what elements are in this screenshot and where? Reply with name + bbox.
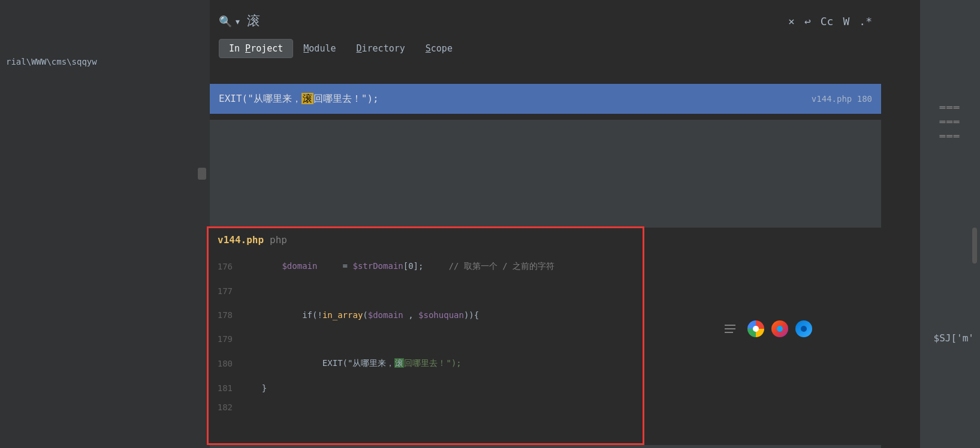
tab-scope[interactable]: Scope — [415, 39, 463, 58]
firefox-icon — [771, 320, 788, 337]
dash-2: ═══ — [940, 116, 961, 128]
line-num-178: 178 — [209, 310, 242, 320]
line-num-182: 182 — [209, 402, 242, 412]
word-button[interactable]: W — [843, 15, 849, 28]
preview-filename: v144.php — [218, 234, 264, 246]
preview-extension: php — [270, 234, 287, 246]
line-content-178: if(!in_array($domain , $sohuquan)){ — [242, 301, 479, 329]
code-lines: 176 $domain = $strDomain[0]; // 取第一个 / 之… — [209, 252, 643, 417]
edge-center — [801, 326, 807, 332]
tab-module[interactable]: Module — [293, 39, 346, 58]
chrome-center — [753, 326, 759, 332]
result-highlight: 滚 — [301, 93, 313, 104]
left-sidebar: rial\WWW\cms\sqqyw — [0, 0, 210, 448]
result-suffix: 回哪里去！"); — [313, 93, 379, 104]
search-arrow-icon: ▾ — [234, 15, 241, 28]
code-line-181: 181 } — [209, 379, 643, 398]
line-content-180: EXIT("从哪里来，滚回哪里去！"); — [242, 349, 462, 379]
code-line-176: 176 $domain = $strDomain[0]; // 取第一个 / 之… — [209, 252, 643, 281]
search-icon-btn[interactable]: 🔍 ▾ — [219, 15, 241, 28]
list-line-1 — [725, 325, 735, 326]
list-icon — [725, 325, 735, 333]
code-preview-panel: v144.php php 176 $domain = $strDomain[0]… — [207, 226, 644, 445]
tabs-bar: In Project Module Directory Scope — [210, 39, 472, 58]
dash-3: ═══ — [940, 131, 961, 142]
line-content-176: $domain = $strDomain[0]; // 取第一个 / 之前的字符 — [242, 252, 554, 281]
regex-button[interactable]: .* — [859, 15, 872, 28]
search-result-row[interactable]: EXIT("从哪里来，滚回哪里去！"); v144.php 180 — [210, 84, 881, 114]
close-button[interactable]: × — [788, 15, 795, 28]
line-content-179 — [242, 334, 246, 344]
list-line-2 — [725, 328, 735, 329]
sj-variable-text: $SJ['m' — [934, 332, 974, 344]
chrome-icon — [747, 320, 764, 337]
line-content-182 — [242, 402, 246, 412]
tab-directory[interactable]: Directory — [346, 39, 415, 58]
tab-in-project-label: In Project — [229, 43, 283, 54]
wrap-icon[interactable]: ↩ — [804, 15, 811, 28]
scrollbar-right[interactable] — [972, 228, 977, 264]
code-line-180: 180 EXIT("从哪里来，滚回哪里去！"); — [209, 349, 643, 379]
right-panel: ═══ ═══ ═══ — [920, 0, 980, 448]
line-content-177 — [242, 286, 246, 296]
line-num-179: 179 — [209, 334, 242, 344]
tab-in-project[interactable]: In Project — [219, 39, 293, 58]
browser-icons — [725, 320, 812, 337]
search-icon: 🔍 — [219, 15, 232, 28]
code-line-177: 177 — [209, 281, 643, 301]
dashes-container: ═══ ═══ ═══ — [920, 0, 980, 143]
case-button[interactable]: Cc — [821, 15, 834, 28]
search-query-text: 滚 — [247, 12, 260, 30]
result-filename: v144.php 180 — [812, 94, 872, 104]
result-text: EXIT("从哪里来，滚回哪里去！"); — [219, 93, 812, 105]
list-line-3 — [725, 332, 733, 333]
sidebar-scrollbar[interactable] — [198, 168, 206, 180]
toolbar-right: × ↩ Cc W .* — [788, 15, 872, 28]
line-content-181: } — [242, 383, 267, 393]
code-line-182: 182 — [209, 398, 643, 417]
search-panel-empty — [210, 120, 881, 228]
line-num-176: 176 — [209, 262, 242, 271]
edge-icon — [795, 320, 812, 337]
line-num-180: 180 — [209, 359, 242, 368]
bottom-strip — [210, 445, 881, 448]
code-line-179: 179 — [209, 329, 643, 349]
code-preview-header: v144.php php — [209, 228, 643, 252]
tab-scope-label: Scope — [426, 43, 453, 54]
search-toolbar: 🔍 ▾ 滚 × ↩ Cc W .* — [210, 6, 881, 36]
line-num-181: 181 — [209, 383, 242, 393]
result-prefix: EXIT("从哪里来， — [219, 93, 301, 104]
code-line-178: 178 if(!in_array($domain , $sohuquan)){ — [209, 301, 643, 329]
tab-module-label: Module — [303, 43, 336, 54]
dash-1: ═══ — [940, 102, 961, 113]
tab-directory-label: Directory — [357, 43, 405, 54]
line-num-177: 177 — [209, 286, 242, 296]
sidebar-path: rial\WWW\cms\sqqyw — [6, 57, 97, 66]
firefox-center — [777, 326, 783, 332]
